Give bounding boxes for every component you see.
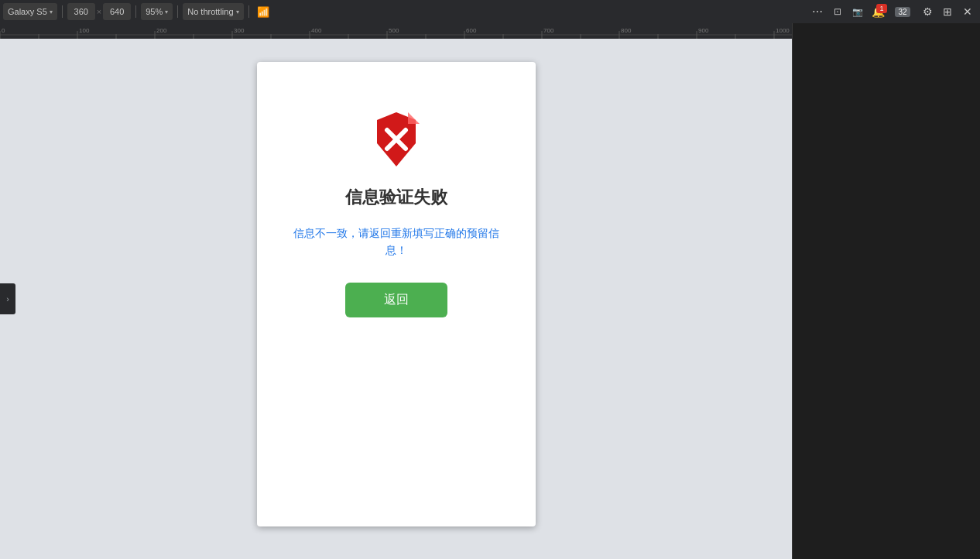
svg-text:700: 700 — [543, 27, 554, 34]
dock-button[interactable]: ⊞ — [938, 3, 957, 20]
svg-text:200: 200 — [156, 27, 167, 34]
throttle-chevron: ▾ — [236, 9, 239, 15]
settings-button[interactable]: ⚙ — [918, 3, 937, 20]
svg-text:500: 500 — [389, 27, 399, 34]
svg-text:1000: 1000 — [776, 27, 790, 34]
zoom-selector[interactable]: 95% ▾ — [141, 3, 173, 20]
error-icon-svg — [365, 108, 427, 170]
error-icon — [365, 108, 427, 170]
separator-2 — [135, 5, 136, 18]
svg-marker-36 — [408, 112, 420, 124]
wifi-icon-btn[interactable]: 📶 — [254, 3, 272, 20]
collapse-panel-arrow[interactable]: › — [0, 283, 15, 314]
separator-4 — [248, 5, 249, 18]
wifi-icon: 📶 — [257, 6, 269, 18]
throttle-selector[interactable]: No throttling ▾ — [183, 3, 243, 20]
height-input[interactable] — [103, 3, 131, 20]
dimension-separator: × — [97, 7, 101, 16]
device-selector[interactable]: Galaxy S5 ▾ — [3, 3, 57, 20]
device-chevron: ▾ — [50, 9, 53, 15]
svg-text:300: 300 — [234, 27, 245, 34]
dock-icon: ⊞ — [943, 5, 952, 18]
error-description: 信息不一致，请返回重新填写正确的预留信息！ — [280, 225, 512, 259]
screenshot-icon: 📷 — [852, 7, 863, 17]
separator-3 — [177, 5, 178, 18]
chevron-right-icon: › — [6, 294, 9, 304]
inspect-icon: ⊡ — [834, 6, 841, 17]
devtools-panel: ⊡ 📱 top ▾ 👁 Fi 1 hidden ⚙ — [792, 0, 980, 559]
more-tools-button[interactable]: ⋯ — [808, 3, 827, 20]
separator-1 — [62, 5, 63, 18]
console-badge: 32 — [895, 7, 910, 17]
zoom-label: 95% — [146, 7, 163, 16]
more-tools-icon: ⋯ — [812, 5, 823, 18]
throttle-label: No throttling — [187, 7, 233, 16]
console-button[interactable]: 32 — [889, 3, 917, 20]
svg-text:800: 800 — [621, 27, 632, 34]
width-input[interactable] — [67, 3, 95, 20]
svg-text:100: 100 — [79, 27, 90, 34]
close-devtools-button[interactable]: ✕ — [958, 3, 977, 20]
back-button[interactable]: 返回 — [345, 283, 447, 317]
notification-button[interactable]: 🔔 1 — [869, 3, 887, 20]
inspect-button[interactable]: ⊡ — [828, 3, 847, 20]
screenshot-button[interactable]: 📷 — [848, 3, 867, 20]
device-label: Galaxy S5 — [8, 7, 47, 16]
svg-text:600: 600 — [466, 27, 477, 34]
page-content: 信息验证失败 信息不一致，请返回重新填写正确的预留信息！ 返回 — [257, 62, 536, 348]
mobile-device-frame: 信息验证失败 信息不一致，请返回重新填写正确的预留信息！ 返回 — [257, 62, 536, 526]
close-icon: ✕ — [963, 5, 972, 18]
error-title: 信息验证失败 — [345, 186, 447, 209]
notification-badge: 1 — [876, 4, 887, 13]
settings-icon: ⚙ — [923, 5, 933, 18]
zoom-chevron: ▾ — [165, 9, 168, 15]
svg-text:400: 400 — [311, 27, 322, 34]
svg-text:900: 900 — [698, 27, 709, 34]
main-viewport: › 信息验证失败 信息不一致，请返回重新填写正确的预留信息！ — [0, 39, 792, 559]
svg-text:0: 0 — [2, 27, 5, 34]
